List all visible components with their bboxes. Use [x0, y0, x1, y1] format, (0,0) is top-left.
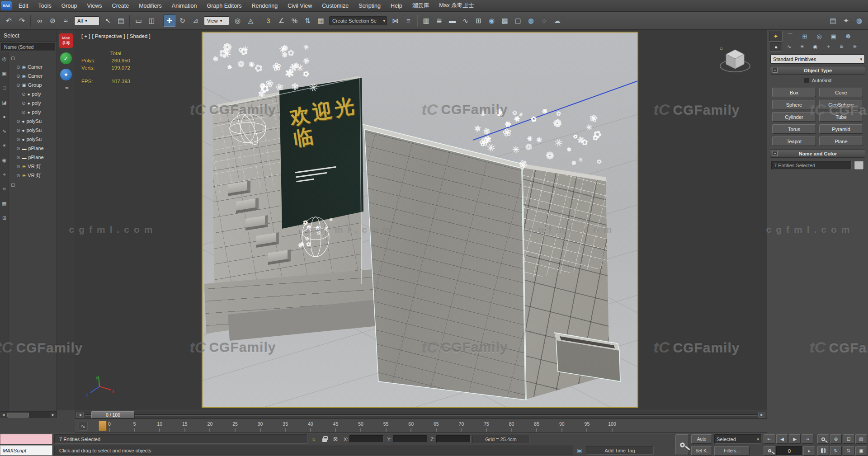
- use-pivot-point-center-icon[interactable]: ◎: [231, 14, 244, 27]
- render-setup-icon[interactable]: ▩: [499, 14, 511, 27]
- absolute-offset-toggle-icon[interactable]: ⊠: [331, 435, 340, 444]
- visibility-eye-icon[interactable]: ⊙: [16, 155, 20, 160]
- curve-editor-icon[interactable]: ∿: [459, 14, 472, 27]
- select-object-icon[interactable]: ↖: [102, 14, 114, 27]
- explorer-display-lights-icon[interactable]: ☀: [1, 142, 8, 149]
- object-type-teapot[interactable]: Teapot: [772, 136, 816, 146]
- scene-object-row[interactable]: ⊙●polySu: [9, 135, 57, 144]
- teapot-render-icon[interactable]: ◍: [853, 14, 865, 27]
- tab-hierarchy[interactable]: ⊞: [798, 31, 811, 42]
- rollout-collapse-icon[interactable]: −: [773, 68, 778, 73]
- object-type-torus[interactable]: Torus: [772, 124, 816, 134]
- rectangular-selection-region-icon[interactable]: ▭: [132, 14, 145, 27]
- rollout-collapse-icon[interactable]: −: [773, 151, 778, 156]
- menu-edit[interactable]: Edit: [14, 0, 33, 11]
- scene-object-row[interactable]: ⊙▬pPlane: [9, 144, 57, 153]
- toggle-layer-explorer-icon[interactable]: ≣: [433, 14, 445, 27]
- antivirus-check-shield-icon[interactable]: ✓: [60, 52, 72, 64]
- orbit-button[interactable]: ↻: [830, 446, 842, 456]
- visibility-eye-icon[interactable]: ⊙: [16, 74, 20, 79]
- time-slider-bar[interactable]: ◀ 0 / 100 ▶: [75, 410, 767, 419]
- menu-tools[interactable]: Tools: [33, 0, 57, 11]
- object-type-rollout-header[interactable]: − Object Type: [770, 66, 865, 75]
- object-type-geosphere[interactable]: GeoSphere: [819, 100, 863, 109]
- viewport-shading-label[interactable]: [ Shaded ]: [127, 33, 150, 39]
- visibility-eye-icon[interactable]: ⊙: [22, 101, 25, 106]
- object-type-pyramid[interactable]: Pyramid: [819, 124, 863, 134]
- category-geometry[interactable]: ●: [770, 42, 782, 52]
- edit-named-selection-sets-icon[interactable]: ▦: [315, 14, 327, 27]
- scene-object-row[interactable]: ⊙▣Group: [9, 80, 57, 89]
- explorer-title[interactable]: Select: [0, 30, 57, 42]
- coordinate-field-y[interactable]: [393, 435, 427, 443]
- key-filters-button[interactable]: Filters...: [714, 446, 750, 456]
- explorer-select-none-icon[interactable]: □: [1, 84, 8, 91]
- key-mode-toggle-button[interactable]: [764, 446, 775, 456]
- snaps-toggle-icon[interactable]: 3: [262, 14, 274, 27]
- percent-snap-toggle-icon[interactable]: %: [288, 14, 301, 27]
- scroll-right-arrow-icon[interactable]: ▶: [50, 412, 57, 418]
- coordinate-field-z[interactable]: [436, 435, 471, 443]
- menu-create[interactable]: Create: [107, 0, 134, 11]
- play-button[interactable]: ▶: [789, 434, 801, 444]
- align-icon[interactable]: ≡: [402, 14, 415, 27]
- set-keys-button[interactable]: [675, 434, 689, 455]
- time-slider-button[interactable]: 0 / 100: [91, 411, 135, 418]
- next-frame-button[interactable]: ▸: [803, 446, 815, 456]
- explorer-select-invert-icon[interactable]: ◪: [1, 99, 8, 106]
- explorer-display-xrefs-icon[interactable]: ⊞: [1, 214, 8, 221]
- angle-snap-toggle-icon[interactable]: ∠: [275, 14, 288, 27]
- max-antivirus-logo[interactable]: Max 杀毒: [59, 33, 73, 48]
- previous-frame-arrow-icon[interactable]: ◀: [76, 412, 84, 418]
- tab-modify[interactable]: ⌒: [783, 31, 797, 42]
- object-type-box[interactable]: Box: [772, 88, 816, 97]
- explorer-find-icon[interactable]: ◎: [1, 55, 8, 62]
- cloud-render-icon[interactable]: ☁: [551, 14, 563, 27]
- select-and-manipulate-icon[interactable]: ◬: [245, 14, 257, 27]
- menu-item-13[interactable]: 溜云库: [407, 0, 434, 11]
- category-shapes[interactable]: ∿: [783, 42, 795, 52]
- autogrid-checkbox[interactable]: [804, 78, 809, 83]
- auto-key-button[interactable]: Auto: [691, 434, 712, 444]
- scene-object-row[interactable]: ⊙●poly: [9, 108, 57, 117]
- pan-view-button[interactable]: [817, 446, 829, 456]
- schematic-view-icon[interactable]: ⊞: [472, 14, 485, 27]
- bind-to-space-warp-icon[interactable]: ≈: [60, 14, 72, 27]
- time-slider-track[interactable]: [85, 414, 757, 416]
- workspace-icon[interactable]: ▤: [827, 14, 839, 27]
- explorer-display-helpers-icon[interactable]: ⌖: [1, 171, 8, 178]
- panel-collapse-icon[interactable]: ◂◂: [65, 85, 67, 90]
- toggle-scene-explorer-icon[interactable]: ▥: [420, 14, 432, 27]
- tab-motion[interactable]: ◎: [812, 31, 826, 42]
- select-and-link-icon[interactable]: ∞: [33, 14, 46, 27]
- maxscript-mini-listener[interactable]: MAXScript: [0, 445, 52, 456]
- visibility-eye-icon[interactable]: ⊙: [16, 173, 20, 178]
- explorer-display-shapes-icon[interactable]: ∿: [1, 127, 8, 135]
- visibility-eye-icon[interactable]: ⊙: [16, 119, 20, 124]
- visibility-eye-icon[interactable]: ⊙: [22, 92, 25, 97]
- selection-lock-toggle[interactable]: [320, 435, 329, 444]
- window-crossing-toggle-icon[interactable]: ◫: [146, 14, 158, 27]
- menu-rendering[interactable]: Rendering: [247, 0, 283, 11]
- rendered-frame-window-icon[interactable]: ▢: [512, 14, 524, 27]
- scene-object-row[interactable]: ⊙●polySu: [9, 126, 57, 135]
- zoom-button[interactable]: [817, 434, 829, 444]
- viewcube-home-icon[interactable]: ⌂: [720, 45, 723, 51]
- explorer-display-cameras-icon[interactable]: ◉: [1, 156, 8, 164]
- object-type-cone[interactable]: Cone: [819, 88, 863, 97]
- selected-filter-dropdown[interactable]: Selected ▾: [714, 434, 761, 444]
- maximize-viewport-toggle-button[interactable]: ▣: [855, 446, 867, 456]
- viewcube[interactable]: ⌂: [719, 43, 751, 77]
- visibility-eye-icon[interactable]: ⊙: [16, 146, 20, 151]
- toggle-ribbon-icon[interactable]: ▬: [446, 14, 458, 27]
- object-type-sphere[interactable]: Sphere: [772, 100, 816, 109]
- scene-object-row[interactable]: ⊙●poly: [9, 99, 57, 108]
- menu-graph-editors[interactable]: Graph Editors: [202, 0, 246, 11]
- category-helpers[interactable]: ⌖: [822, 42, 835, 52]
- time-caret[interactable]: [99, 421, 107, 431]
- dolly-button[interactable]: ⇅: [843, 446, 854, 456]
- primitive-category-dropdown[interactable]: Standard Primitives ▾: [770, 54, 865, 64]
- category-systems[interactable]: ✳: [849, 42, 861, 52]
- select-and-scale-icon[interactable]: ⊿: [189, 14, 202, 27]
- set-key-mode-button[interactable]: Set K.: [691, 446, 712, 456]
